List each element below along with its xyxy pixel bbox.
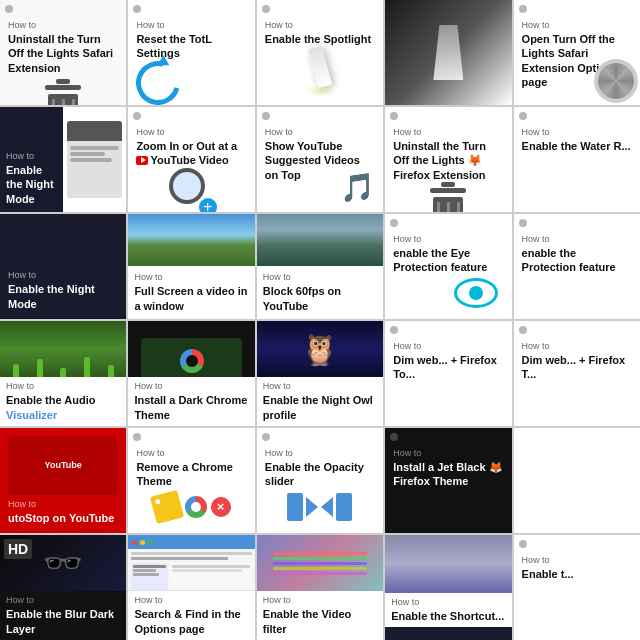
card-shortcut[interactable]: How to Enable the Shortcut... <box>385 535 511 640</box>
card-title: Enable the Audio Visualizer <box>6 393 120 422</box>
card-title: Zoom In or Out at a YouTube Video <box>136 139 246 168</box>
card-uninstall-safari[interactable]: How to Uninstall the Turn Off the Lights… <box>0 0 126 105</box>
card-title: Enable the Night Mode <box>6 163 57 206</box>
card-title: Install a Dark Chrome Theme <box>134 393 248 422</box>
card-fullscreen[interactable]: How to Full Screen a video in a window <box>128 214 254 319</box>
card-opacity-slider[interactable]: How to Enable the Opacity slider <box>257 428 383 533</box>
card-title: Enable the Video filter <box>263 607 377 636</box>
card-title: Enable the Shortcut... <box>391 609 505 623</box>
how-to-label: How to <box>134 381 248 391</box>
chrome-icon <box>185 496 207 518</box>
how-to-label: How to <box>134 272 248 282</box>
how-to-label: How to <box>393 127 503 137</box>
how-to-label: How to <box>522 127 632 137</box>
settings-icon <box>519 219 527 227</box>
card-title: Uninstall the Turn Off the Lights Safari… <box>8 32 118 75</box>
color-filter-icon <box>269 552 370 575</box>
settings-icon <box>5 5 13 13</box>
how-to-label: How to <box>522 555 632 565</box>
card-title: Uninstall the Turn Off the Lights 🦊 Fire… <box>393 139 503 182</box>
card-open-options[interactable]: How to Open Turn Off the Lights Safari E… <box>514 0 640 105</box>
card-reset-settings[interactable]: How to Reset the TotL Settings <box>128 0 254 105</box>
settings-icon <box>519 326 527 334</box>
owl-icon: 🦉 <box>301 332 338 367</box>
card-title: utoStop on YouTube <box>8 511 118 525</box>
settings-icon <box>262 433 270 441</box>
how-to-label: How to <box>393 234 503 244</box>
card-autostop[interactable]: YouTube How to utoStop on YouTube <box>0 428 126 533</box>
how-to-label: How to <box>6 595 120 605</box>
how-to-label: How to <box>391 597 505 607</box>
card-title: Full Screen a video in a window <box>134 284 248 313</box>
card-title: Enable the Night Mode <box>8 282 118 311</box>
settings-icon <box>519 5 527 13</box>
how-to-label: How to <box>263 272 377 282</box>
card-water-r[interactable]: How to Enable the Water R... <box>514 107 640 212</box>
card-zoom-youtube[interactable]: How to Zoom In or Out at a YouTube Video… <box>128 107 254 212</box>
how-to-label: How to <box>265 127 375 137</box>
settings-icon <box>519 540 527 548</box>
firefox-badge: 🦊 Firefox Theme <box>393 461 502 487</box>
card-night-owl[interactable]: 🦉 How to Enable the Night Owl profile <box>257 321 383 426</box>
card-title: Dim web... + Firefox T... <box>522 353 632 382</box>
card-partial-5-5[interactable] <box>514 428 640 533</box>
how-to-label: How to <box>393 341 503 351</box>
card-title: enable the Protection feature <box>522 246 632 275</box>
card-dim-web-2[interactable]: How to Dim web... + Firefox T... <box>514 321 640 426</box>
trash-icon <box>430 182 466 212</box>
card-remove-chrome[interactable]: How to Remove a Chrome Theme × <box>128 428 254 533</box>
how-to-label: How to <box>265 20 375 30</box>
how-to-label: How to <box>6 151 57 161</box>
card-photo-spotlight[interactable] <box>385 0 511 105</box>
how-to-label: How to <box>265 448 375 458</box>
card-protection[interactable]: How to enable the Protection feature <box>514 214 640 319</box>
card-title: Remove a Chrome Theme <box>136 460 246 489</box>
tag-icon <box>149 490 183 524</box>
refresh-icon <box>128 53 188 105</box>
card-title: Enable the Water R... <box>522 139 632 153</box>
card-jet-black-firefox[interactable]: How to Install a Jet Black 🦊 Firefox The… <box>385 428 511 533</box>
spotlight-icon <box>300 47 340 97</box>
card-dark-chrome[interactable]: How to Install a Dark Chrome Theme <box>128 321 254 426</box>
card-dim-web[interactable]: How to Dim web... + Firefox To... <box>385 321 511 426</box>
card-title: Enable t... <box>522 567 632 581</box>
settings-panel-icon <box>67 121 122 199</box>
card-title: enable the Eye Protection feature <box>393 246 503 275</box>
card-blur-dark[interactable]: HD 🕶️ How to Enable the Blur Dark Layer <box>0 535 126 640</box>
card-audio-visualizer[interactable]: How to Enable the Audio Visualizer <box>0 321 126 426</box>
card-video-filter[interactable]: How to Enable the Video filter <box>257 535 383 640</box>
tutorial-grid: How to Uninstall the Turn Off the Lights… <box>0 0 640 640</box>
glasses-icon: 🕶️ <box>43 544 83 582</box>
how-to-label: How to <box>136 127 246 137</box>
card-title: Search & Find in the Options page <box>134 607 248 636</box>
firefox-badge: 🦊 Firefox Extension <box>393 154 485 180</box>
settings-icon <box>519 112 527 120</box>
card-uninstall-firefox[interactable]: How to Uninstall the Turn Off the Lights… <box>385 107 511 212</box>
how-to-label: How to <box>6 381 120 391</box>
how-to-label: How to <box>522 341 632 351</box>
cross-icon: × <box>211 497 231 517</box>
card-search-options[interactable]: How to Search & Find in the Options page <box>128 535 254 640</box>
card-night-mode-2[interactable]: How to Enable the Night Mode <box>0 214 126 319</box>
how-to-label: How to <box>263 381 377 391</box>
card-block-60fps[interactable]: How to Block 60fps on YouTube <box>257 214 383 319</box>
magnifier-plus-icon: + <box>169 168 215 212</box>
card-eye-protection[interactable]: How to enable the Eye Protection feature <box>385 214 511 319</box>
card-partial-6-5[interactable]: How to Enable t... <box>514 535 640 640</box>
music-note-icon: 🎵 <box>340 171 375 204</box>
spotlight-beam-icon <box>433 25 463 80</box>
card-title: Block 60fps on YouTube <box>263 284 377 313</box>
how-to-label: How to <box>8 270 118 280</box>
gear-icon <box>598 63 634 99</box>
card-title: Reset the TotL Settings <box>136 32 246 61</box>
card-title: Enable the Night Owl profile <box>263 393 377 422</box>
card-title: Enable the Opacity slider <box>265 460 375 489</box>
eye-icon <box>454 278 498 308</box>
card-youtube-suggested[interactable]: How to Show YouTube Suggested Videos on … <box>257 107 383 212</box>
card-enable-spotlight[interactable]: How to Enable the Spotlight <box>257 0 383 105</box>
trash-icon <box>45 79 81 105</box>
card-night-mode[interactable]: How to Enable the Night Mode <box>0 107 126 212</box>
settings-icon <box>262 112 270 120</box>
card-title: Enable the Spotlight <box>265 32 375 46</box>
how-to-label: How to <box>136 448 246 458</box>
